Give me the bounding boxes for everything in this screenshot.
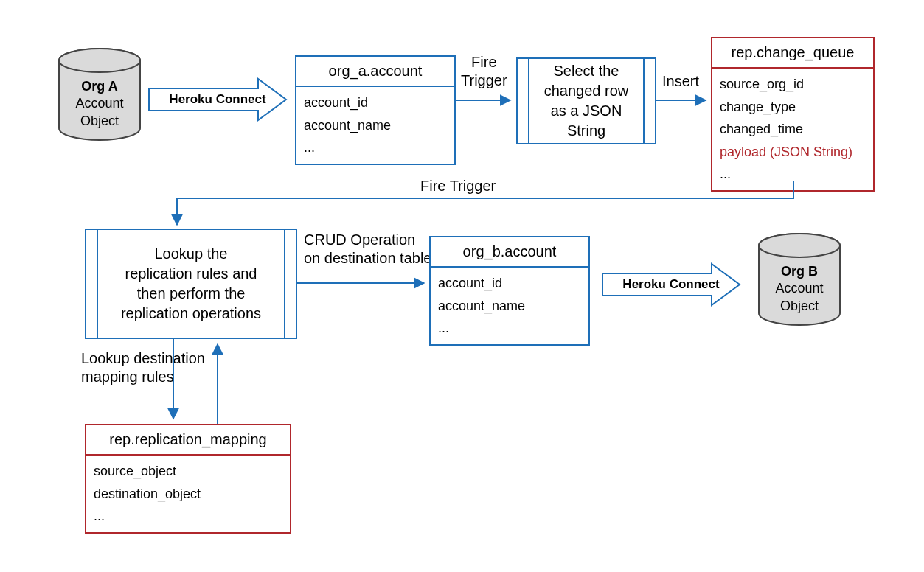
change-queue-row-payload: payload (JSON String) xyxy=(720,141,866,164)
table-a-name: org_a.account xyxy=(296,57,454,87)
heroku-connect-label-2: Heroku Connect xyxy=(622,277,719,292)
arrow-to-select xyxy=(456,93,516,108)
table-org-b-account: org_b.account account_id account_name ..… xyxy=(429,236,590,346)
replication-diagram: Org A Account Object Heroku Connect org_… xyxy=(0,0,924,572)
rep-mapping-row: destination_object xyxy=(94,483,282,506)
process-select-json: Select the changed row as a JSON String xyxy=(516,57,656,144)
arrow-insert xyxy=(656,93,712,108)
table-org-a-account: org_a.account account_id account_name ..… xyxy=(295,55,456,165)
db-a-title: Org A xyxy=(81,79,117,94)
label-fire-trigger-1: Fire Trigger xyxy=(461,53,507,90)
table-a-row: ... xyxy=(304,136,447,159)
table-b-name: org_b.account xyxy=(431,237,588,268)
db-b-title: Org B xyxy=(781,264,818,279)
change-queue-row: change_type xyxy=(720,96,866,119)
db-b-sub1: Account xyxy=(775,281,823,296)
table-b-row: account_name xyxy=(438,295,581,318)
db-a-sub2: Object xyxy=(80,114,119,128)
change-queue-row: changed_time xyxy=(720,118,866,141)
process-lookup: Lookup the replication rules and then pe… xyxy=(85,229,297,339)
arrow-fire-trigger-2 xyxy=(155,181,819,232)
rep-mapping-name: rep.replication_mapping xyxy=(86,425,290,456)
db-b-sub2: Object xyxy=(780,299,819,313)
rep-mapping-row: source_object xyxy=(94,460,282,483)
table-a-row: account_id xyxy=(304,91,447,114)
heroku-connect-arrow-1: Heroku Connect xyxy=(147,77,288,122)
db-org-b: Org B Account Object xyxy=(755,232,844,328)
table-change-queue: rep.change_queue source_org_id change_ty… xyxy=(711,37,875,192)
change-queue-row: source_org_id xyxy=(720,73,866,96)
rep-mapping-row: ... xyxy=(94,505,282,528)
table-replication-mapping: rep.replication_mapping source_object de… xyxy=(85,424,291,534)
table-b-row: ... xyxy=(438,317,581,340)
arrow-mapping-double xyxy=(147,339,251,428)
table-a-row: account_name xyxy=(304,114,447,137)
svg-point-6 xyxy=(759,234,840,257)
change-queue-name: rep.change_queue xyxy=(712,38,873,69)
db-a-sub1: Account xyxy=(75,96,123,111)
label-insert: Insert xyxy=(662,72,699,91)
arrow-crud xyxy=(297,276,430,290)
table-b-row: account_id xyxy=(438,272,581,295)
label-crud: CRUD Operation on destination table xyxy=(304,231,431,268)
heroku-connect-label-1: Heroku Connect xyxy=(169,92,265,107)
db-org-a: Org A Account Object xyxy=(55,47,144,143)
heroku-connect-arrow-2: Heroku Connect xyxy=(601,262,741,307)
svg-point-1 xyxy=(59,49,140,72)
